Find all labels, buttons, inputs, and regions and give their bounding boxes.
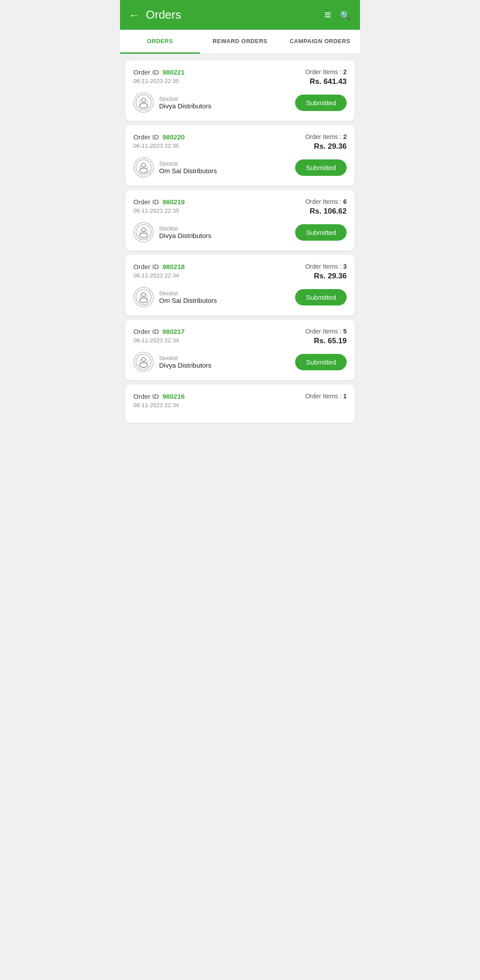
order-id-value: 980221 <box>163 68 185 76</box>
search-icon[interactable] <box>340 9 351 21</box>
order-id-row: Order ID 980217 <box>133 328 185 335</box>
tab-reward-orders[interactable]: REWARD ORDERS <box>200 30 280 54</box>
stockist-avatar <box>133 92 154 113</box>
stockist-name: Om Sai Distributors <box>159 167 217 175</box>
header-left: Orders <box>129 8 181 22</box>
stockist-info: Stockist Divya Distributors <box>159 355 212 369</box>
order-id-value: 980216 <box>163 393 185 400</box>
order-top: Order ID 980216 06-11-2023 22:34 Order I… <box>133 393 347 409</box>
order-items-label: Order Items : 5 <box>305 328 347 335</box>
order-id-label: Order ID <box>133 393 159 400</box>
order-top: Order ID 980217 06-11-2023 22:34 Order I… <box>133 328 347 345</box>
stockist-name: Divya Distributors <box>159 232 212 239</box>
order-card[interactable]: Order ID 980216 06-11-2023 22:34 Order I… <box>125 385 355 423</box>
order-bottom: Stockist Om Sai Distributors Submitted <box>133 157 347 178</box>
order-id-row: Order ID 980219 <box>133 198 185 206</box>
order-id-label: Order ID <box>133 198 159 206</box>
order-items-count: 2 <box>343 68 347 75</box>
order-date: 06-11-2023 22:34 <box>133 337 185 344</box>
stockist-info: Stockist Divya Distributors <box>159 96 212 110</box>
tab-campaign-orders[interactable]: CAMPAIGN ORDERS <box>280 30 360 54</box>
stockist-info: Stockist Om Sai Distributors <box>159 290 217 304</box>
svg-point-18 <box>140 295 142 298</box>
back-button[interactable] <box>129 9 140 21</box>
stockist-info: Stockist Divya Distributors <box>159 226 212 239</box>
svg-point-17 <box>140 298 148 303</box>
order-items-label: Order Items : 3 <box>305 263 347 270</box>
svg-point-23 <box>140 360 142 362</box>
stockist-label: Stockist <box>159 96 212 102</box>
order-amount: Rs. 106.62 <box>310 207 347 216</box>
svg-point-24 <box>145 360 148 362</box>
stockist-info: Stockist Om Sai Distributors <box>159 161 217 175</box>
stockist-label: Stockist <box>159 226 212 232</box>
order-card[interactable]: Order ID 980220 06-11-2023 22:35 Order I… <box>125 125 355 186</box>
stockist-name: Divya Distributors <box>159 361 212 369</box>
status-badge[interactable]: Submitted <box>295 289 347 306</box>
svg-point-12 <box>140 233 148 238</box>
stockist-avatar <box>133 157 154 178</box>
order-id-section: Order ID 980218 06-11-2023 22:34 <box>133 263 185 279</box>
order-id-section: Order ID 980216 06-11-2023 22:34 <box>133 393 185 409</box>
status-badge[interactable]: Submitted <box>295 224 347 241</box>
status-badge[interactable]: Submitted <box>295 354 347 370</box>
order-amount: Rs. 29.36 <box>314 272 347 281</box>
stockist-avatar <box>133 352 154 372</box>
order-date: 06-11-2023 22:34 <box>133 272 185 279</box>
order-id-row: Order ID 980218 <box>133 263 185 270</box>
order-items-count: 2 <box>343 133 347 140</box>
app-header: Orders <box>120 0 360 30</box>
order-card[interactable]: Order ID 980218 06-11-2023 22:34 Order I… <box>125 255 355 315</box>
page-title: Orders <box>146 8 181 22</box>
stockist-name: Om Sai Distributors <box>159 297 217 304</box>
order-top: Order ID 980221 06-11-2023 22:35 Order I… <box>133 68 347 86</box>
order-amount: Rs. 641.43 <box>310 77 347 86</box>
order-top: Order ID 980219 06-11-2023 22:35 Order I… <box>133 198 347 216</box>
svg-point-13 <box>140 230 142 233</box>
orders-list: Order ID 980221 06-11-2023 22:35 Order I… <box>120 56 360 427</box>
stockist-label: Stockist <box>159 355 212 361</box>
stockist-avatar <box>133 222 154 242</box>
order-id-row: Order ID 980221 <box>133 68 185 76</box>
filter-icon[interactable] <box>324 8 331 22</box>
order-id-section: Order ID 980221 06-11-2023 22:35 <box>133 68 185 84</box>
svg-point-14 <box>145 230 148 233</box>
svg-point-9 <box>145 165 148 168</box>
tab-orders[interactable]: ORDERS <box>120 30 200 54</box>
order-items-count: 6 <box>343 198 347 205</box>
status-badge[interactable]: Submitted <box>295 159 347 176</box>
order-id-value: 980219 <box>163 198 185 206</box>
order-items-label: Order Items : 1 <box>305 393 347 400</box>
order-date: 06-11-2023 22:34 <box>133 402 185 409</box>
stockist-avatar <box>133 287 154 307</box>
order-id-value: 980220 <box>163 133 185 141</box>
svg-point-8 <box>140 165 142 168</box>
stockist-label: Stockist <box>159 161 217 167</box>
stockist-label: Stockist <box>159 290 217 297</box>
order-card[interactable]: Order ID 980219 06-11-2023 22:35 Order I… <box>125 190 355 250</box>
stockist-section: Stockist Divya Distributors <box>133 222 212 242</box>
status-badge[interactable]: Submitted <box>295 95 347 111</box>
order-id-section: Order ID 980220 06-11-2023 22:35 <box>133 133 185 149</box>
order-id-value: 980217 <box>163 328 185 335</box>
svg-point-7 <box>140 168 148 173</box>
stockist-section: Stockist Divya Distributors <box>133 92 212 113</box>
order-id-section: Order ID 980219 06-11-2023 22:35 <box>133 198 185 214</box>
order-id-label: Order ID <box>133 328 159 335</box>
order-date: 06-11-2023 22:35 <box>133 143 185 149</box>
order-items-count: 3 <box>343 263 347 270</box>
svg-point-4 <box>145 100 148 103</box>
order-id-value: 980218 <box>163 263 185 270</box>
order-id-label: Order ID <box>133 263 159 270</box>
svg-point-2 <box>140 103 148 108</box>
svg-point-22 <box>140 363 148 368</box>
order-bottom: Stockist Divya Distributors Submitted <box>133 222 347 242</box>
order-items-count: 5 <box>343 328 347 335</box>
order-id-label: Order ID <box>133 68 159 76</box>
stockist-section: Stockist Om Sai Distributors <box>133 157 217 178</box>
stockist-name: Divya Distributors <box>159 102 212 110</box>
order-right: Order Items : 1 <box>305 393 347 400</box>
order-card[interactable]: Order ID 980221 06-11-2023 22:35 Order I… <box>125 60 355 121</box>
order-card[interactable]: Order ID 980217 06-11-2023 22:34 Order I… <box>125 320 355 380</box>
stockist-section: Stockist Om Sai Distributors <box>133 287 217 307</box>
